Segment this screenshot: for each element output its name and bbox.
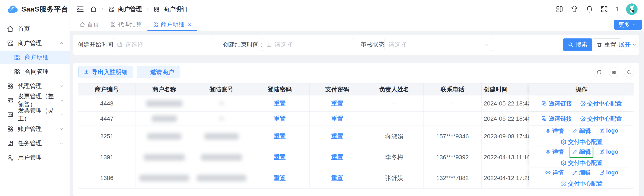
cell-merchant-name <box>136 168 193 188</box>
chevron-down-icon <box>632 42 638 48</box>
reset-button-label: 重置 <box>604 40 616 49</box>
eye-icon <box>545 149 551 154</box>
sidebar-item-1[interactable]: 商户管理 <box>0 36 70 50</box>
calendar-icon <box>266 42 272 48</box>
reset-pay-password-link[interactable]: 重置 <box>332 174 343 182</box>
action-logo[interactable]: logo <box>598 168 620 177</box>
sidebar-item-0[interactable]: 首页 <box>0 22 70 36</box>
redacted-text <box>147 133 182 140</box>
cell-owner-name: 李冬梅 <box>365 147 424 168</box>
sidebar-item-7[interactable]: 账户管理 <box>0 122 70 136</box>
end-date-field[interactable]: 请选择 <box>262 34 353 55</box>
sidebar-item-3[interactable]: 合同管理 <box>0 65 70 78</box>
column-header-5: 负责人姓名 <box>365 84 424 95</box>
sidebar-item-9[interactable]: 用户管理 <box>0 151 70 164</box>
action-logo[interactable]: logo <box>598 126 620 135</box>
reset-login-password-link[interactable]: 重置 <box>274 100 286 108</box>
notification-bell-icon[interactable] <box>586 5 593 13</box>
more-button[interactable]: 更多 <box>614 20 642 30</box>
sidebar-item-5[interactable]: 发票管理（差额普） <box>0 94 70 107</box>
reset-pay-password-link[interactable]: 重置 <box>332 115 343 123</box>
cell-actions: 邀请链接 交付中心配置 <box>530 112 634 126</box>
cell-owner-name: 张舒娱 <box>365 168 424 188</box>
sidebar-item-label: 代理管理 <box>18 82 42 90</box>
tab-0[interactable]: 首页 <box>74 18 105 31</box>
expand-link[interactable]: 展开 <box>618 40 638 49</box>
pencil-icon <box>572 149 578 154</box>
theme-tshirt-icon[interactable] <box>570 5 578 13</box>
column-header-0: 商户编号 <box>78 84 136 95</box>
action-交付中心配置[interactable]: 交付中心配置 <box>560 137 604 147</box>
reset-pay-password-link[interactable]: 重置 <box>332 132 343 140</box>
cell-actions: 详情 编辑 logo 交付中心配置 <box>530 126 634 147</box>
cell-merchant-id: 1391 <box>78 147 136 168</box>
sidebar-item-4[interactable]: 代理管理 <box>0 79 70 93</box>
action-邀请链接[interactable]: 邀请链接 <box>540 114 573 124</box>
cell-created-time: 2024-05-22 18:40:4 <box>482 112 530 126</box>
action-logo[interactable]: logo <box>598 148 620 156</box>
action-label: logo <box>606 128 618 134</box>
cell-phone: 136****9392 <box>424 147 482 168</box>
action-编辑[interactable]: 编辑 <box>571 147 592 156</box>
tab-2[interactable]: 商户明细× <box>148 18 197 31</box>
action-编辑[interactable]: 编辑 <box>571 126 592 136</box>
reset-login-password-link[interactable]: 重置 <box>274 174 286 182</box>
column-settings-button[interactable] <box>609 67 619 77</box>
user-avatar[interactable] <box>626 4 638 15</box>
action-label: 交付中心配置 <box>587 100 622 108</box>
close-icon[interactable]: × <box>188 21 191 28</box>
sidebar-item-8[interactable]: 任务管理 <box>0 136 70 150</box>
filter-end-label: 创建结束时间： <box>223 34 265 55</box>
app-grid-icon[interactable] <box>556 5 563 13</box>
export-button[interactable]: 导出入驻明细 <box>78 66 133 78</box>
search-icon <box>568 42 573 48</box>
cell-pay-password: 重置 <box>310 147 365 168</box>
sidebar-item-6[interactable]: 发票管理（灵工） <box>0 108 70 122</box>
tabs: 首页 代理结算 商户明细× <box>74 18 197 31</box>
action-邀请链接[interactable]: 邀请链接 <box>540 99 573 108</box>
cell-pay-password: 重置 <box>310 96 365 112</box>
action-交付中心配置[interactable]: 交付中心配置 <box>560 179 604 188</box>
tab-1[interactable]: 代理结算 <box>105 18 148 31</box>
action-详情[interactable]: 详情 <box>544 126 565 136</box>
reset-login-password-link[interactable]: 重置 <box>274 132 286 140</box>
sidebar-collapse-icon[interactable] <box>76 5 84 13</box>
action-label: 详情 <box>552 127 564 135</box>
sidebar-item-label: 商户明细 <box>25 54 49 62</box>
action-交付中心配置[interactable]: 交付中心配置 <box>579 99 623 108</box>
start-date-field[interactable]: 请选择 <box>113 34 214 55</box>
reset-pay-password-link[interactable]: 重置 <box>332 153 343 162</box>
redacted-text <box>219 102 224 104</box>
fullscreen-icon[interactable] <box>600 5 608 13</box>
action-详情[interactable]: 详情 <box>544 168 565 177</box>
home-icon[interactable] <box>90 6 97 12</box>
redacted-text <box>197 175 246 181</box>
action-label: 详情 <box>552 148 564 156</box>
action-详情[interactable]: 详情 <box>544 147 565 156</box>
sidebar-item-2[interactable]: 商户明细 <box>0 50 70 64</box>
action-label: 详情 <box>552 169 564 176</box>
reset-login-password-link[interactable]: 重置 <box>274 153 286 162</box>
status-select[interactable]: 请选择 <box>384 34 493 55</box>
invite-merchant-button[interactable]: 邀请商户 <box>137 66 180 78</box>
reset-button[interactable]: 重置 <box>592 38 621 51</box>
chevron-down-icon <box>59 141 64 146</box>
gear-icon <box>561 139 566 145</box>
reset-login-password-link[interactable]: 重置 <box>274 115 286 123</box>
action-交付中心配置[interactable]: 交付中心配置 <box>579 114 623 124</box>
cell-login-account <box>193 96 250 112</box>
search-button[interactable]: 搜索 <box>563 38 592 51</box>
export-button-label: 导出入驻明细 <box>92 68 128 76</box>
breadcrumb-item[interactable]: 商户明细 <box>163 5 187 13</box>
action-交付中心配置[interactable]: 交付中心配置 <box>560 158 604 168</box>
action-编辑[interactable]: 编辑 <box>571 168 592 177</box>
reset-pay-password-link[interactable]: 重置 <box>332 100 343 108</box>
action-label: logo <box>606 169 618 176</box>
refresh-button[interactable] <box>594 67 604 77</box>
receipt-icon <box>7 111 14 118</box>
table-search-button[interactable] <box>624 67 634 77</box>
cell-actions: 邀请链接 交付中心配置 <box>530 96 634 112</box>
column-header-4: 支付密码 <box>310 84 365 95</box>
download-icon <box>84 70 89 75</box>
breadcrumb-item[interactable]: 商户管理 <box>118 5 142 13</box>
